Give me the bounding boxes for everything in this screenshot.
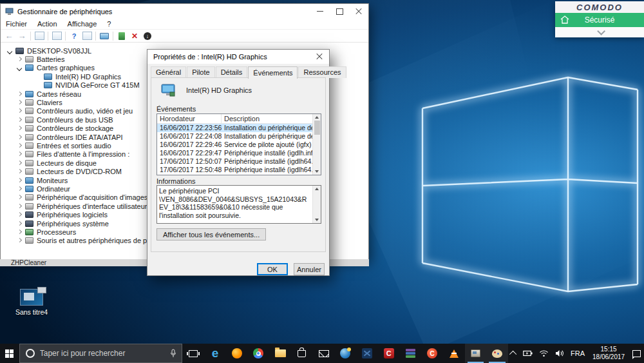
console-tree-icon[interactable] (33, 31, 45, 41)
comodo-expand[interactable] (555, 27, 644, 37)
tray-overflow-button[interactable] (508, 344, 520, 363)
close-button[interactable] (349, 4, 368, 19)
scan-hardware-icon[interactable] (99, 31, 110, 41)
chevron-down-icon[interactable] (597, 27, 605, 35)
chevron-collapsed-icon[interactable] (16, 221, 23, 227)
update-driver-icon[interactable] (116, 31, 128, 41)
file-explorer-button[interactable] (269, 344, 291, 363)
tab-ressources[interactable]: Ressources (298, 66, 346, 78)
column-description[interactable]: Description (222, 114, 321, 123)
task-view-button[interactable] (182, 344, 204, 363)
scroll-up-icon[interactable] (315, 188, 319, 190)
comodo-widget[interactable]: COMODO Sécurisé (555, 1, 644, 37)
info-box[interactable]: Le périphérique PCI \VEN_8086&DEV_0046&S… (156, 185, 321, 224)
battery-status[interactable] (520, 344, 536, 363)
chevron-collapsed-icon[interactable] (16, 108, 23, 114)
chevron-expanded-icon[interactable] (16, 64, 23, 71)
tab-general[interactable]: Général (151, 66, 186, 78)
chevron-collapsed-icon[interactable] (16, 117, 23, 123)
menu-action[interactable]: Action (32, 20, 62, 28)
scrollbar[interactable] (312, 114, 321, 175)
chevron-collapsed-icon[interactable] (16, 134, 23, 141)
chevron-expanded-icon[interactable] (6, 48, 13, 54)
navy-app-button[interactable] (356, 344, 378, 363)
maximize-button[interactable] (330, 4, 349, 19)
chevron-collapsed-icon[interactable] (16, 177, 23, 184)
table-row[interactable]: 16/06/2017 22:29:47Périphérique installé… (157, 149, 321, 157)
winrar-button[interactable] (400, 344, 422, 363)
cortana-icon[interactable] (26, 349, 35, 358)
close-icon[interactable] (310, 50, 329, 64)
help-icon[interactable]: ? (68, 31, 80, 41)
ccleaner-button[interactable]: C (421, 344, 443, 363)
chrome-button[interactable] (248, 344, 270, 363)
chevron-collapsed-icon[interactable] (16, 229, 23, 235)
firefox-button[interactable] (226, 344, 248, 363)
language-indicator[interactable]: FRA (567, 344, 588, 363)
disable-device-icon[interactable]: ↓ (142, 31, 153, 41)
events-table[interactable]: Horodateur Description 16/06/2017 22:23:… (156, 113, 321, 175)
tab-details[interactable]: Détails (216, 66, 248, 78)
microphone-icon[interactable] (170, 349, 176, 358)
cancel-button[interactable]: Annuler (294, 263, 325, 275)
chevron-collapsed-icon[interactable] (16, 203, 23, 210)
table-row[interactable]: 16/06/2017 22:29:46Service de pilote ajo… (157, 141, 321, 149)
scrollbar[interactable] (312, 186, 321, 223)
network-status[interactable] (536, 344, 552, 363)
ok-button[interactable]: OK (257, 263, 288, 275)
scroll-up-icon[interactable] (315, 116, 319, 119)
menu-help[interactable]: ? (102, 20, 116, 28)
action-pane-icon[interactable] (81, 31, 93, 41)
chevron-collapsed-icon[interactable] (16, 151, 23, 157)
uninstall-device-icon[interactable]: ✕ (129, 31, 140, 41)
column-horodateur[interactable]: Horodateur (157, 114, 222, 123)
dialog-titlebar[interactable]: Propriétés de : Intel(R) HD Graphics (147, 50, 329, 64)
chevron-collapsed-icon[interactable] (16, 168, 23, 175)
properties-icon[interactable] (51, 31, 62, 41)
paint-taskbar-button[interactable] (486, 344, 508, 363)
red-c-app-button[interactable]: C (378, 344, 400, 363)
comodo-status-bar[interactable]: Sécurisé (555, 13, 644, 27)
menu-affichage[interactable]: Affichage (62, 20, 102, 28)
device-manager-taskbar-button[interactable] (465, 344, 487, 363)
start-button[interactable] (0, 344, 19, 363)
scroll-down-icon[interactable] (315, 170, 319, 173)
menu-fichier[interactable]: Fichier (1, 20, 32, 28)
scroll-thumb[interactable] (314, 121, 320, 135)
show-all-events-button[interactable]: Afficher tous les événements... (156, 228, 266, 240)
chevron-collapsed-icon[interactable] (16, 237, 23, 244)
chevron-collapsed-icon[interactable] (16, 99, 23, 106)
table-row[interactable]: 17/06/2017 12:50:48Périphérique installé… (157, 166, 321, 174)
minimize-button[interactable] (310, 4, 330, 19)
table-row[interactable]: 16/06/2017 22:24:08Installation du périp… (157, 132, 321, 141)
media-player-button[interactable] (334, 344, 356, 363)
chevron-collapsed-icon[interactable] (16, 125, 23, 132)
volume-status[interactable] (552, 344, 567, 363)
edge-button[interactable]: e (204, 344, 226, 363)
table-row[interactable]: 16/06/2017 22:23:56Installation du périp… (157, 124, 321, 132)
store-button[interactable] (291, 344, 313, 363)
table-row[interactable]: 17/06/2017 12:50:07Périphérique installé… (157, 157, 321, 166)
chevron-collapsed-icon[interactable] (16, 194, 23, 201)
chevron-collapsed-icon[interactable] (16, 56, 23, 63)
tab-evenements[interactable]: Événements (248, 66, 298, 79)
table-header[interactable]: Horodateur Description (157, 114, 321, 124)
chevron-collapsed-icon[interactable] (16, 142, 23, 149)
mail-button[interactable] (313, 344, 335, 363)
desktop-icon-sans-titre4[interactable]: Sans titre4 (6, 289, 57, 316)
search-box[interactable] (19, 344, 183, 363)
chevron-collapsed-icon[interactable] (16, 186, 23, 192)
chevron-collapsed-icon[interactable] (16, 211, 23, 218)
tab-pilote[interactable]: Pilote (187, 66, 215, 78)
chevron-collapsed-icon[interactable] (16, 160, 23, 166)
nav-forward-icon[interactable]: → (16, 31, 28, 41)
scroll-down-icon[interactable] (315, 219, 319, 221)
action-center-button[interactable] (629, 344, 644, 363)
nav-back-icon[interactable]: ← (3, 31, 15, 41)
titlebar[interactable]: Gestionnaire de périphériques (1, 4, 368, 19)
home-icon[interactable] (560, 15, 569, 24)
clock[interactable]: 15:15 18/06/2017 (588, 344, 629, 363)
vlc-button[interactable] (443, 344, 465, 363)
chevron-collapsed-icon[interactable] (16, 91, 23, 97)
search-input[interactable] (40, 349, 171, 358)
